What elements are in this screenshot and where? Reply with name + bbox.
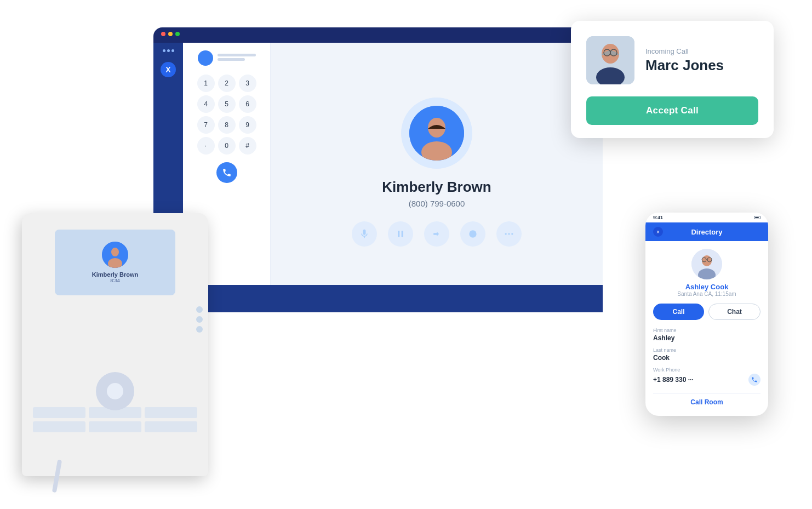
svg-point-8 bbox=[111, 248, 119, 256]
phone-call-duration: 8:34 bbox=[110, 278, 120, 283]
record-button[interactable] bbox=[460, 221, 485, 247]
desk-phone: Kimberly Brown 8:34 bbox=[22, 191, 219, 476]
mute-button[interactable] bbox=[352, 221, 377, 247]
mobile-phone-call-icon[interactable] bbox=[748, 374, 760, 386]
dialpad-key-0[interactable]: 0 bbox=[218, 137, 236, 155]
phone-nav-center bbox=[107, 383, 123, 399]
laptop-dark-bar bbox=[153, 285, 603, 312]
mobile-contact-location: Santa Ana CA, 11:15am bbox=[653, 291, 760, 297]
svg-point-6 bbox=[511, 233, 513, 235]
phone-screen-avatar bbox=[102, 242, 128, 268]
dialpad-key-9[interactable]: 9 bbox=[239, 116, 256, 134]
active-contact-phone: (800) 799-0600 bbox=[409, 199, 465, 208]
svg-point-5 bbox=[508, 233, 510, 235]
mobile-status-time: 9:41 bbox=[653, 215, 663, 220]
dialpad-key-hash[interactable]: # bbox=[239, 137, 256, 155]
mobile-work-phone-field: Work Phone +1 889 330 ··· bbox=[653, 367, 760, 386]
mobile-directory-title: Directory bbox=[691, 228, 722, 236]
mobile-body: Ashley Cook Santa Ana CA, 11:15am Call C… bbox=[645, 241, 768, 416]
dialpad-key-6[interactable]: 6 bbox=[239, 95, 256, 113]
phone-nav-ring bbox=[96, 372, 134, 410]
incoming-call-card: Incoming Call Marc Jones Accept Call bbox=[571, 21, 774, 138]
mobile-work-phone-value: +1 889 330 ··· bbox=[653, 376, 694, 384]
scene: X 1 2 3 4 5 bbox=[0, 0, 812, 509]
sidebar-dots bbox=[163, 49, 174, 52]
mobile-chat-button[interactable]: Chat bbox=[708, 304, 760, 320]
app-logo: X bbox=[161, 62, 176, 77]
svg-point-4 bbox=[505, 233, 507, 235]
active-contact-name: Kimberly Brown bbox=[382, 179, 491, 196]
dialpad-key-4[interactable]: 4 bbox=[197, 95, 215, 113]
mobile-action-buttons: Call Chat bbox=[653, 304, 760, 320]
call-controls bbox=[352, 221, 522, 247]
dialpad-call-button[interactable] bbox=[216, 162, 237, 183]
caller-name: Marc Jones bbox=[645, 58, 758, 73]
contact-avatar-ring bbox=[401, 98, 472, 169]
laptop-screen: X 1 2 3 4 5 bbox=[153, 27, 603, 312]
mobile-work-phone-label: Work Phone bbox=[653, 367, 760, 373]
mobile-header: × Directory bbox=[645, 222, 768, 241]
mobile-first-name-value: Ashley bbox=[653, 334, 760, 342]
phone-screen: Kimberly Brown 8:34 bbox=[55, 230, 175, 295]
mobile-call-button[interactable]: Call bbox=[653, 304, 704, 320]
mobile-last-name-value: Cook bbox=[653, 354, 760, 362]
dialpad-key-2[interactable]: 2 bbox=[218, 75, 236, 92]
incoming-call-header: Incoming Call Marc Jones bbox=[586, 36, 758, 84]
dialpad-key-1[interactable]: 1 bbox=[197, 75, 215, 92]
mobile-close-button[interactable]: × bbox=[653, 227, 663, 237]
mobile-phone-row: +1 889 330 ··· bbox=[653, 374, 760, 386]
mobile-first-name-field: First name Ashley bbox=[653, 328, 760, 342]
dialpad-key-7[interactable]: 7 bbox=[197, 116, 215, 134]
contact-avatar bbox=[409, 106, 464, 161]
mobile-contact-name: Ashley Cook bbox=[653, 283, 760, 291]
phone-body: Kimberly Brown 8:34 bbox=[22, 213, 208, 476]
dialpad-key-dot[interactable]: · bbox=[197, 137, 215, 155]
caller-avatar bbox=[586, 36, 634, 84]
phone-contact-name: Kimberly Brown bbox=[92, 271, 138, 278]
svg-point-17 bbox=[702, 255, 712, 266]
dialpad-key-3[interactable]: 3 bbox=[239, 75, 256, 92]
dialpad-key-5[interactable]: 5 bbox=[218, 95, 236, 113]
svg-point-3 bbox=[469, 230, 476, 237]
dialpad-grid: 1 2 3 4 5 6 7 8 9 · 0 # bbox=[197, 75, 256, 155]
transfer-button[interactable] bbox=[424, 221, 449, 247]
dialpad-user-avatar bbox=[198, 50, 213, 66]
main-call-area: Kimberly Brown (800) 799-0600 bbox=[271, 43, 603, 312]
hold-button[interactable] bbox=[388, 221, 413, 247]
mobile-contact-avatar bbox=[691, 249, 722, 279]
mobile-last-name-field: Last name Cook bbox=[653, 347, 760, 362]
incoming-call-label: Incoming Call bbox=[645, 47, 758, 55]
caller-info: Incoming Call Marc Jones bbox=[645, 47, 758, 73]
mobile-last-name-label: Last name bbox=[653, 347, 760, 353]
dialpad-user bbox=[198, 50, 256, 66]
mobile-call-room-button[interactable]: Call Room bbox=[653, 393, 760, 410]
accept-call-button[interactable]: Accept Call bbox=[586, 96, 758, 125]
dialpad-key-8[interactable]: 8 bbox=[218, 116, 236, 134]
mobile-directory-card: 9:41 × Directory bbox=[645, 213, 768, 416]
mobile-first-name-label: First name bbox=[653, 328, 760, 333]
app-chrome: X 1 2 3 4 5 bbox=[153, 43, 603, 312]
more-button[interactable] bbox=[496, 221, 522, 247]
